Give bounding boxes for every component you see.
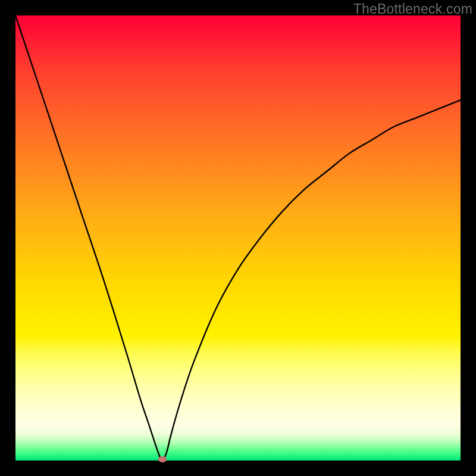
watermark-text: TheBottleneck.com [353, 1, 472, 17]
minimum-marker [158, 456, 167, 462]
chart-frame [15, 15, 461, 461]
bottleneck-curve [15, 15, 461, 461]
